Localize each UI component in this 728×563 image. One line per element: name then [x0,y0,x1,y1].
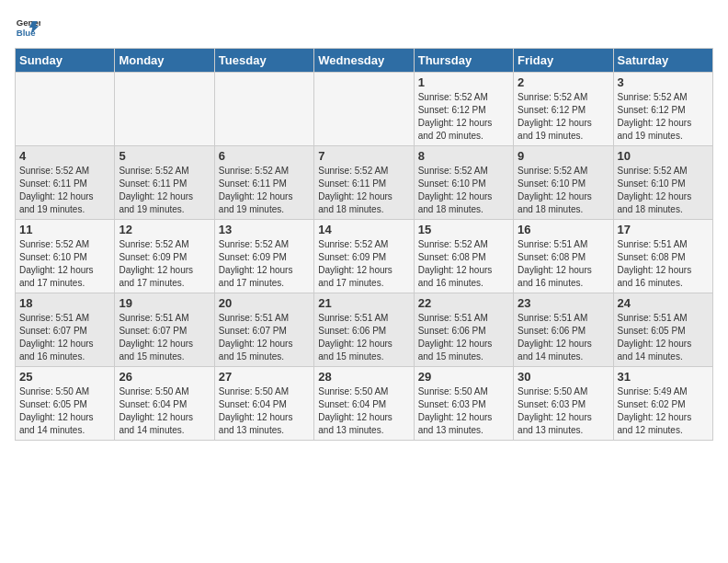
calendar-cell: 8Sunrise: 5:52 AM Sunset: 6:10 PM Daylig… [414,146,513,220]
day-number: 5 [119,149,210,163]
day-info: Sunrise: 5:52 AM Sunset: 6:10 PM Dayligh… [418,165,509,216]
calendar-cell: 13Sunrise: 5:52 AM Sunset: 6:09 PM Dayli… [214,220,313,293]
calendar-cell: 21Sunrise: 5:51 AM Sunset: 6:06 PM Dayli… [314,293,414,367]
day-number: 30 [518,370,609,384]
day-info: Sunrise: 5:52 AM Sunset: 6:11 PM Dayligh… [19,165,110,216]
calendar-cell: 10Sunrise: 5:52 AM Sunset: 6:10 PM Dayli… [613,146,712,220]
day-number: 22 [418,296,509,310]
day-number: 29 [418,370,509,384]
calendar-cell: 9Sunrise: 5:52 AM Sunset: 6:10 PM Daylig… [514,146,613,220]
day-info: Sunrise: 5:51 AM Sunset: 6:06 PM Dayligh… [518,312,609,363]
day-number: 10 [618,149,709,163]
calendar-body: 1Sunrise: 5:52 AM Sunset: 6:12 PM Daylig… [16,73,713,441]
day-number: 7 [318,149,409,163]
calendar-week-2: 4Sunrise: 5:52 AM Sunset: 6:11 PM Daylig… [16,146,713,220]
calendar-cell: 29Sunrise: 5:50 AM Sunset: 6:03 PM Dayli… [414,367,513,441]
calendar-cell: 23Sunrise: 5:51 AM Sunset: 6:06 PM Dayli… [514,293,613,367]
calendar-cell: 3Sunrise: 5:52 AM Sunset: 6:12 PM Daylig… [613,73,712,146]
day-number: 4 [19,149,110,163]
day-info: Sunrise: 5:52 AM Sunset: 6:12 PM Dayligh… [518,91,609,143]
calendar-cell: 30Sunrise: 5:50 AM Sunset: 6:03 PM Dayli… [514,367,613,441]
calendar-cell: 28Sunrise: 5:50 AM Sunset: 6:04 PM Dayli… [314,367,414,441]
day-number: 9 [518,149,609,163]
day-number: 18 [19,296,110,310]
day-number: 16 [518,223,609,236]
calendar-cell: 19Sunrise: 5:51 AM Sunset: 6:07 PM Dayli… [115,293,214,367]
weekday-header-thursday: Thursday [414,49,513,73]
logo-icon: General Blue [15,15,40,40]
day-number: 11 [19,223,110,236]
calendar-week-4: 18Sunrise: 5:51 AM Sunset: 6:07 PM Dayli… [16,293,713,367]
day-info: Sunrise: 5:52 AM Sunset: 6:10 PM Dayligh… [19,238,110,290]
day-info: Sunrise: 5:51 AM Sunset: 6:07 PM Dayligh… [119,312,210,363]
calendar-cell: 11Sunrise: 5:52 AM Sunset: 6:10 PM Dayli… [16,220,115,293]
day-number: 31 [618,370,709,384]
weekday-header-saturday: Saturday [613,49,712,73]
day-number: 2 [518,75,609,89]
weekday-header-friday: Friday [514,49,613,73]
day-info: Sunrise: 5:51 AM Sunset: 6:05 PM Dayligh… [618,312,709,363]
calendar-cell: 5Sunrise: 5:52 AM Sunset: 6:11 PM Daylig… [115,146,214,220]
day-number: 19 [119,296,210,310]
calendar-table: SundayMondayTuesdayWednesdayThursdayFrid… [15,48,713,441]
calendar-cell [214,73,313,146]
calendar-cell: 26Sunrise: 5:50 AM Sunset: 6:04 PM Dayli… [115,367,214,441]
logo: General Blue [15,15,40,40]
day-info: Sunrise: 5:52 AM Sunset: 6:09 PM Dayligh… [219,238,310,290]
calendar-cell: 17Sunrise: 5:51 AM Sunset: 6:08 PM Dayli… [613,220,712,293]
day-info: Sunrise: 5:50 AM Sunset: 6:03 PM Dayligh… [418,385,509,437]
day-info: Sunrise: 5:50 AM Sunset: 6:05 PM Dayligh… [19,385,110,437]
calendar-cell: 2Sunrise: 5:52 AM Sunset: 6:12 PM Daylig… [514,73,613,146]
day-info: Sunrise: 5:52 AM Sunset: 6:11 PM Dayligh… [219,165,310,216]
calendar-cell: 27Sunrise: 5:50 AM Sunset: 6:04 PM Dayli… [214,367,313,441]
day-info: Sunrise: 5:50 AM Sunset: 6:03 PM Dayligh… [518,385,609,437]
calendar-cell: 15Sunrise: 5:52 AM Sunset: 6:08 PM Dayli… [414,220,513,293]
weekday-header-monday: Monday [115,49,214,73]
header: General Blue [15,15,713,40]
day-info: Sunrise: 5:52 AM Sunset: 6:09 PM Dayligh… [318,238,409,290]
calendar-cell [115,73,214,146]
day-number: 13 [219,223,310,236]
day-info: Sunrise: 5:52 AM Sunset: 6:11 PM Dayligh… [318,165,409,216]
day-number: 17 [618,223,709,236]
day-number: 26 [119,370,210,384]
calendar-cell: 1Sunrise: 5:52 AM Sunset: 6:12 PM Daylig… [414,73,513,146]
day-number: 14 [318,223,409,236]
day-info: Sunrise: 5:50 AM Sunset: 6:04 PM Dayligh… [119,385,210,437]
day-info: Sunrise: 5:51 AM Sunset: 6:07 PM Dayligh… [219,312,310,363]
day-number: 25 [19,370,110,384]
day-info: Sunrise: 5:51 AM Sunset: 6:08 PM Dayligh… [518,238,609,290]
day-info: Sunrise: 5:52 AM Sunset: 6:12 PM Dayligh… [618,91,709,143]
weekday-header-wednesday: Wednesday [314,49,414,73]
calendar-cell: 22Sunrise: 5:51 AM Sunset: 6:06 PM Dayli… [414,293,513,367]
calendar-cell: 24Sunrise: 5:51 AM Sunset: 6:05 PM Dayli… [613,293,712,367]
calendar-cell: 6Sunrise: 5:52 AM Sunset: 6:11 PM Daylig… [214,146,313,220]
day-number: 8 [418,149,509,163]
calendar-cell: 16Sunrise: 5:51 AM Sunset: 6:08 PM Dayli… [514,220,613,293]
day-info: Sunrise: 5:52 AM Sunset: 6:09 PM Dayligh… [119,238,210,290]
day-info: Sunrise: 5:52 AM Sunset: 6:08 PM Dayligh… [418,238,509,290]
calendar-week-5: 25Sunrise: 5:50 AM Sunset: 6:05 PM Dayli… [16,367,713,441]
calendar-week-1: 1Sunrise: 5:52 AM Sunset: 6:12 PM Daylig… [16,73,713,146]
day-number: 21 [318,296,409,310]
day-number: 15 [418,223,509,236]
calendar-week-3: 11Sunrise: 5:52 AM Sunset: 6:10 PM Dayli… [16,220,713,293]
day-number: 20 [219,296,310,310]
day-number: 27 [219,370,310,384]
day-number: 24 [618,296,709,310]
calendar-cell: 20Sunrise: 5:51 AM Sunset: 6:07 PM Dayli… [214,293,313,367]
weekday-header-sunday: Sunday [16,49,115,73]
day-number: 6 [219,149,310,163]
calendar-cell: 18Sunrise: 5:51 AM Sunset: 6:07 PM Dayli… [16,293,115,367]
day-info: Sunrise: 5:51 AM Sunset: 6:06 PM Dayligh… [418,312,509,363]
calendar-cell: 14Sunrise: 5:52 AM Sunset: 6:09 PM Dayli… [314,220,414,293]
weekday-header-tuesday: Tuesday [214,49,313,73]
day-info: Sunrise: 5:50 AM Sunset: 6:04 PM Dayligh… [318,385,409,437]
day-number: 3 [618,75,709,89]
calendar-cell: 12Sunrise: 5:52 AM Sunset: 6:09 PM Dayli… [115,220,214,293]
day-info: Sunrise: 5:52 AM Sunset: 6:10 PM Dayligh… [518,165,609,216]
day-number: 12 [119,223,210,236]
calendar-cell: 7Sunrise: 5:52 AM Sunset: 6:11 PM Daylig… [314,146,414,220]
day-number: 1 [418,75,509,89]
calendar-cell: 31Sunrise: 5:49 AM Sunset: 6:02 PM Dayli… [613,367,712,441]
